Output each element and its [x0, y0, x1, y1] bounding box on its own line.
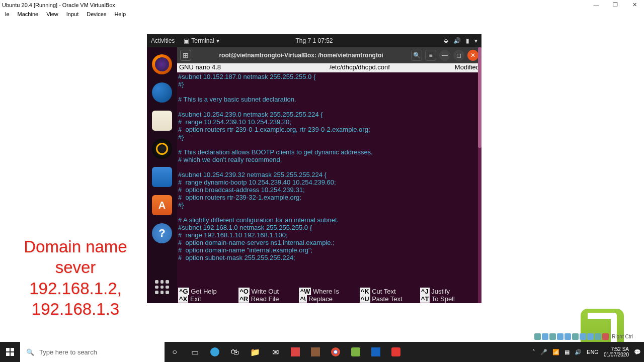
svg-point-4 [210, 347, 219, 356]
terminal-window: ⊞ root@vietnamtrongtoi-VirtualBox: /home… [177, 47, 481, 303]
vbox-title: Ubuntu 20.4 [Running] - Oracle VM Virtua… [2, 2, 115, 8]
maximize-button[interactable]: ◻ [453, 50, 464, 61]
clock[interactable]: Thg 7 1 07:52 [295, 37, 333, 44]
editor-line: #subnet 10.152.187.0 netmask 255.255.255… [178, 73, 481, 80]
editor-line [178, 209, 481, 216]
vbox-maximize-button[interactable]: ❐ [606, 0, 625, 10]
editor-line: #} [178, 133, 481, 141]
action-center-icon[interactable]: 💬 [634, 349, 641, 355]
editor-line: # option routers rtr-239-0-1.example.org… [178, 126, 481, 133]
windows-taskbar: 🔍 Type here to search ○ ▭ 🛍 📁 ✉ ˄ 🎤 📶 ▦ … [0, 342, 644, 362]
tray-clock[interactable]: 7:52 SA 01/07/2020 [604, 346, 629, 357]
mail-icon[interactable]: ✉ [265, 342, 285, 362]
vbox-mouse-icon[interactable] [602, 333, 609, 340]
ubuntu-software-icon[interactable] [152, 195, 172, 215]
editor-line [178, 103, 481, 111]
editor-line: # which we don't really recommend. [178, 156, 481, 163]
close-button[interactable]: ✕ [467, 50, 478, 61]
vbox-display-icon[interactable] [580, 333, 586, 340]
cortana-button[interactable]: ○ [165, 342, 185, 362]
nano-filename: /etc/dhcp/dhcpd.conf [265, 63, 455, 72]
search-icon: 🔍 [26, 348, 34, 356]
vbox-usb-icon[interactable] [565, 333, 571, 340]
vbox-menu-input[interactable]: Input [62, 11, 83, 17]
vbox-menu-devices[interactable]: Devices [83, 11, 110, 17]
system-status-area[interactable]: ⬙ 🔊 ▮ ▾ [444, 37, 477, 44]
editor-content[interactable]: #subnet 10.152.187.0 netmask 255.255.255… [177, 72, 481, 287]
volume-icon: 🔊 [453, 37, 461, 44]
vbox-menu-file[interactable]: le [1, 11, 14, 17]
vbox-hd-icon[interactable] [534, 333, 541, 340]
vbox-audio-icon[interactable] [549, 333, 556, 340]
editor-line: # option domain-name "internal.example.o… [178, 246, 481, 254]
editor-line [178, 88, 481, 96]
vbox-close-button[interactable]: ✕ [625, 0, 644, 10]
tray-chevron-icon[interactable]: ˄ [532, 349, 535, 355]
vbox-menu-machine[interactable]: Machine [14, 11, 43, 17]
network-icon: ⬙ [444, 37, 448, 44]
vbox-minimize-button[interactable]: — [587, 0, 606, 10]
minimize-button[interactable]: — [439, 50, 450, 61]
vbox-menu-help[interactable]: Help [110, 11, 130, 17]
new-tab-button[interactable]: ⊞ [180, 50, 191, 61]
libreoffice-writer-icon[interactable] [152, 167, 172, 187]
svg-rect-3 [11, 352, 14, 356]
help-icon[interactable] [152, 223, 172, 243]
search-box[interactable]: 🔍 Type here to search [20, 342, 165, 362]
tray-volume-icon[interactable]: 🔊 [575, 349, 582, 355]
tray-mic-icon[interactable]: 🎤 [540, 349, 547, 355]
vbox-rec-icon[interactable] [587, 333, 594, 340]
vbox-cpu-icon[interactable] [595, 333, 601, 340]
vbox-menu-view[interactable]: View [42, 11, 62, 17]
search-button[interactable]: 🔍 [411, 50, 422, 61]
svg-point-7 [334, 350, 337, 353]
app-icon-1[interactable] [285, 342, 305, 362]
show-applications-button[interactable] [152, 277, 172, 297]
explorer-icon[interactable]: 📁 [245, 342, 265, 362]
app-icon-2[interactable] [305, 342, 326, 362]
tray-wifi-icon[interactable]: 📶 [552, 349, 559, 355]
vbox-shared-icon[interactable] [572, 333, 579, 340]
vbox-titlebar: Ubuntu 20.4 [Running] - Oracle VM Virtua… [0, 0, 644, 10]
task-view-button[interactable]: ▭ [185, 342, 205, 362]
search-placeholder: Type here to search [39, 348, 97, 356]
store-icon[interactable]: 🛍 [225, 342, 245, 362]
editor-line: #subnet 192.168.1.0 netmask 255.255.255.… [178, 224, 481, 231]
ubuntu-dock [147, 47, 177, 303]
tray-lang[interactable]: ENG [587, 349, 599, 355]
vbox-net-icon[interactable] [557, 333, 564, 340]
nano-header: GNU nano 4.8 /etc/dhcp/dhcpd.conf Modifi… [177, 63, 481, 72]
editor-line: #subnet 10.254.239.32 netmask 255.255.25… [178, 171, 481, 178]
tray-net-icon[interactable]: ▦ [565, 349, 570, 355]
chrome-icon[interactable] [326, 342, 346, 362]
terminal-scrollbar[interactable] [478, 47, 481, 303]
editor-line: # option broadcast-address 10.254.239.31… [178, 186, 481, 194]
vbox-status-icons: Right Ctrl [534, 333, 633, 340]
menu-button[interactable]: ≡ [425, 50, 436, 61]
nano-shortcut: ^K Cut Text^U Paste Text [360, 287, 420, 303]
camtasia-task-icon[interactable] [346, 342, 366, 362]
activities-button[interactable]: Activities [151, 37, 175, 44]
host-key-label: Right Ctrl [612, 334, 633, 339]
nano-status: Modified [455, 63, 479, 72]
thunderbird-icon[interactable] [152, 82, 172, 103]
system-tray[interactable]: ˄ 🎤 📶 ▦ 🔊 ENG 7:52 SA 01/07/2020 💬 [532, 346, 644, 357]
start-button[interactable] [0, 342, 20, 362]
files-icon[interactable] [152, 111, 172, 131]
battery-icon: ▮ [466, 37, 469, 44]
app-menu[interactable]: ▣ Terminal ▾ [184, 37, 219, 44]
camtasia-rec-icon[interactable] [386, 342, 406, 362]
vbox-cd-icon[interactable] [542, 333, 548, 340]
editor-line: # option routers rtr-239-32-1.example.or… [178, 194, 481, 201]
terminal-title: root@vietnamtrongtoi-VirtualBox: /home/v… [194, 52, 408, 59]
firefox-icon[interactable] [152, 54, 172, 74]
vbox-menubar: le Machine View Input Devices Help [0, 10, 644, 19]
virtualbox-icon[interactable] [366, 342, 386, 362]
rhythmbox-icon[interactable] [152, 139, 172, 159]
editor-line: # option subnet-mask 255.255.255.224; [178, 254, 481, 261]
editor-line: #} [178, 80, 481, 88]
editor-line: # A slightly different configuration for… [178, 216, 481, 224]
nano-shortcut: ^G Get Help^X Exit [178, 287, 238, 303]
editor-line: # range 192.168.1.10 192.168.1.100; [178, 231, 481, 239]
edge-icon[interactable] [205, 342, 225, 362]
